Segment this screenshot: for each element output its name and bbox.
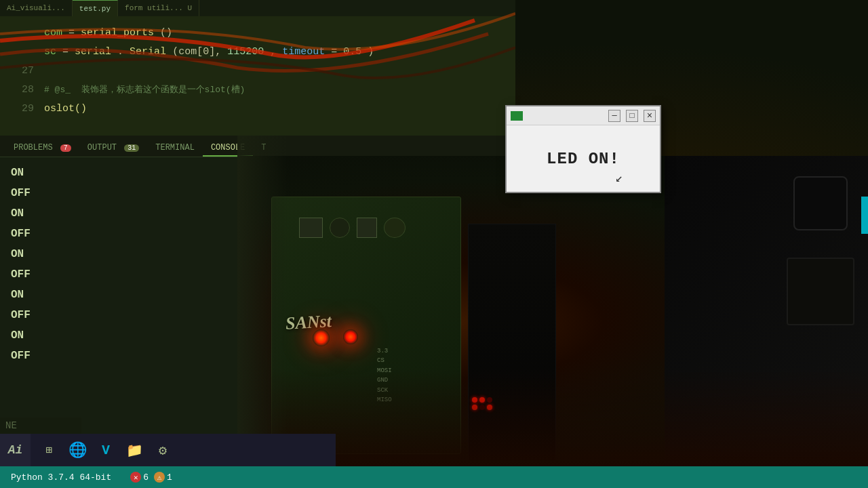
taskbar-icon-terminal[interactable]: ⚙ <box>150 437 176 463</box>
led-strip-dot <box>479 405 485 410</box>
code-line-28: 28 # @s_ 装饰器，标志着这个函数是一个slot(槽) <box>0 80 515 99</box>
component-4 <box>384 218 406 238</box>
panel-tabs: PROBLEMS 7 OUTPUT 31 TERMINAL CONSOLE T <box>0 136 509 157</box>
taskbar: ⊞ 🌐 V 📁 ⚙ <box>31 434 336 466</box>
mouse-cursor: ↙ <box>615 170 623 185</box>
teal-accent-bar <box>861 197 868 234</box>
tab-output[interactable]: OUTPUT 31 <box>79 140 147 157</box>
file-tabs: Ai_visuali... test.py form utili... U <box>0 0 515 16</box>
warning-icon: ⚠ <box>154 472 165 483</box>
component-right-2 <box>787 258 854 325</box>
warning-count: ⚠ 1 <box>154 472 172 483</box>
code-editor: Ai_visuali... test.py form utili... U co… <box>0 0 515 142</box>
ne-label: NE <box>0 418 81 434</box>
status-bar: Python 3.7.4 64-bit ✕ 6 ⚠ 1 <box>0 466 868 488</box>
code-line-2: sc = serial . Serial (com[0], 115200 , t… <box>0 42 515 61</box>
led-dialog: — □ × LED ON! ↙ <box>505 105 661 193</box>
tab-console[interactable]: CONSOLE <box>203 140 253 157</box>
taskbar-icon-vs[interactable]: V <box>93 437 119 463</box>
component-2 <box>330 218 350 238</box>
code-line-27: 27 <box>0 61 515 80</box>
led-strip-dot <box>487 405 492 410</box>
dialog-btn-group: — □ × <box>608 110 656 122</box>
tab-form-utili[interactable]: form utili... U <box>118 0 199 16</box>
component-1 <box>299 218 323 238</box>
led-strip <box>469 394 555 413</box>
board-pins: 3.3 CS MOSI GND SCK MISO <box>377 346 392 405</box>
code-line-1: com = serial_ports () <box>0 23 515 42</box>
led-strip-dot <box>472 397 477 403</box>
led-2 <box>343 329 358 344</box>
dialog-minimize-button[interactable]: — <box>608 110 620 122</box>
dialog-maximize-button[interactable]: □ <box>626 110 638 122</box>
component-3 <box>357 218 377 238</box>
right-components <box>665 156 868 488</box>
led-status-text: LED ON! <box>547 150 620 168</box>
tab-problems[interactable]: PROBLEMS 7 <box>5 140 79 157</box>
dialog-titlebar: — □ × <box>507 106 660 125</box>
led-1 <box>313 329 330 346</box>
code-line-29: 29 oslot() <box>0 99 515 118</box>
taskbar-icon-files[interactable]: 📁 <box>121 437 147 463</box>
component-right-1 <box>793 176 848 230</box>
ai-logo: Ai <box>0 434 31 466</box>
circuit-board: SANst 3.3 CS MOSI GND SCK MISO <box>271 197 461 454</box>
error-icon: ✕ <box>130 472 141 483</box>
dialog-app-icon <box>511 111 523 121</box>
dialog-content: LED ON! <box>507 125 660 192</box>
python-version: Python 3.7.4 64-bit <box>0 472 122 483</box>
tab-test-py[interactable]: test.py <box>73 0 118 16</box>
status-errors: ✕ 6 ⚠ 1 <box>122 472 180 483</box>
tab-ai-visuali[interactable]: Ai_visuali... <box>0 0 73 16</box>
led-strip-dot <box>487 397 492 403</box>
led-strip-dot <box>479 397 485 403</box>
led-strip-dot <box>472 405 477 410</box>
dialog-close-button[interactable]: × <box>644 110 656 122</box>
connector-strip <box>468 224 556 461</box>
taskbar-icon-browser[interactable]: 🌐 <box>64 437 90 463</box>
error-count: ✕ 6 <box>130 472 149 483</box>
tab-terminal[interactable]: TERMINAL <box>147 140 203 157</box>
tab-t[interactable]: T <box>253 140 274 157</box>
taskbar-icon-grid[interactable]: ⊞ <box>36 437 62 463</box>
